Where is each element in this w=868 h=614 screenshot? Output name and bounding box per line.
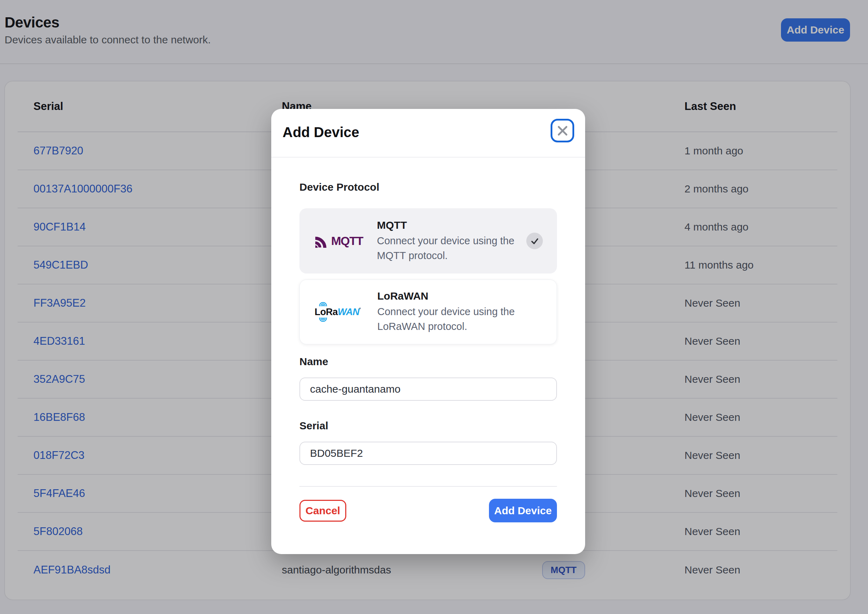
modal-footer-divider — [299, 486, 557, 487]
device-protocol-label: Device Protocol — [299, 181, 380, 193]
lorawan-logo: LoRaWAN’ — [315, 307, 377, 317]
modal-add-device-button[interactable]: Add Device — [489, 499, 557, 522]
mqtt-logo: MQTT — [314, 234, 377, 249]
devices-page: Devices Devices available to connect to … — [0, 0, 868, 614]
lorawan-option-description: Connect your device using the LoRaWAN pr… — [377, 304, 529, 334]
mqtt-option-description: Connect your device using the MQTT proto… — [377, 233, 526, 263]
modal-header-divider — [271, 157, 585, 157]
add-device-modal: Add Device Device Protocol — [271, 109, 585, 554]
lorawan-option-title: LoRaWAN — [377, 290, 529, 302]
mqtt-option-title: MQTT — [377, 219, 526, 231]
lorawan-option-text: LoRaWAN Connect your device using the Lo… — [377, 290, 529, 334]
modal-title: Add Device — [282, 124, 359, 140]
mqtt-signal-icon — [314, 234, 329, 249]
modal-close-button[interactable] — [550, 119, 574, 142]
cancel-button[interactable]: Cancel — [299, 500, 346, 522]
close-icon — [556, 125, 569, 137]
name-input[interactable] — [299, 378, 557, 401]
protocol-option-mqtt[interactable]: MQTT MQTT Connect your device using the … — [299, 208, 557, 274]
mqtt-option-text: MQTT Connect your device using the MQTT … — [377, 219, 526, 263]
protocol-option-lorawan[interactable]: LoRaWAN’ LoRaWAN Connect your device usi… — [299, 280, 557, 344]
serial-input[interactable] — [299, 441, 557, 465]
name-label: Name — [299, 356, 328, 368]
serial-label: Serial — [299, 420, 328, 432]
selected-check-icon — [526, 233, 543, 249]
